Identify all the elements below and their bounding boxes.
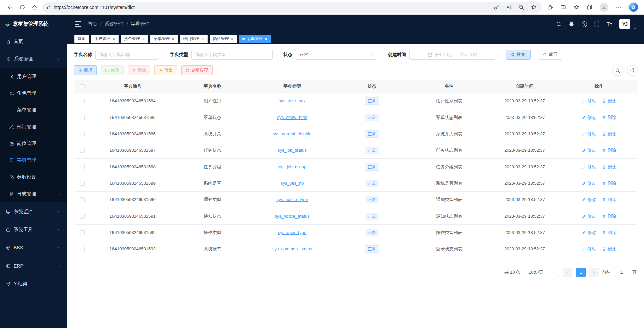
fullscreen-icon[interactable]: [594, 21, 600, 27]
row-edit-action[interactable]: 修改: [582, 98, 596, 104]
dict-type-link[interactable]: sys_show_hide: [277, 115, 307, 120]
header-search-icon[interactable]: [556, 21, 562, 27]
browser-home-button[interactable]: [28, 2, 40, 13]
password-key-icon[interactable]: [494, 4, 499, 10]
address-bar[interactable]: https://ccnetcore.com:1101/system/dict A: [42, 2, 542, 13]
dict-type-link[interactable]: sys_notice_type: [276, 197, 308, 202]
delete-button[interactable]: 删除: [128, 65, 150, 75]
read-aloud-icon[interactable]: A: [506, 4, 512, 10]
browser-back-button[interactable]: [4, 2, 16, 13]
row-delete-action[interactable]: 删除: [602, 230, 616, 236]
sidebar-item-menu-mgmt[interactable]: 菜单管理: [0, 102, 67, 119]
favorite-star-icon[interactable]: [531, 4, 537, 10]
user-avatar[interactable]: YJ: [619, 19, 630, 29]
dict-type-input[interactable]: 请输入字典类型: [191, 50, 273, 60]
browser-profile-avatar[interactable]: [600, 3, 608, 12]
copilot-bing-icon[interactable]: b: [629, 3, 638, 12]
column-header[interactable]: 字典编号: [91, 80, 175, 93]
tab-role-mgmt[interactable]: 角色管理×: [121, 35, 148, 43]
tab-home[interactable]: 首页: [74, 35, 89, 43]
collections-icon[interactable]: [587, 4, 592, 10]
row-edit-action[interactable]: 修改: [582, 213, 596, 219]
sidebar-item-log-mgmt[interactable]: 日志管理: [0, 186, 67, 202]
toggle-search-button[interactable]: [612, 65, 623, 76]
sidebar-item-user-mgmt[interactable]: 用户管理: [0, 68, 67, 85]
sidebar-item-role-mgmt[interactable]: 角色管理: [0, 85, 67, 102]
dict-type-link[interactable]: sys_normal_disable: [273, 131, 312, 136]
row-delete-action[interactable]: 删除: [602, 147, 616, 153]
github-icon[interactable]: [569, 21, 574, 27]
row-checkbox[interactable]: [80, 230, 85, 235]
dict-type-link[interactable]: sys_oper_type: [278, 230, 307, 235]
url-text[interactable]: https://ccnetcore.com:1101/system/dict: [54, 5, 494, 10]
page-number-1[interactable]: 1: [576, 268, 586, 277]
column-header[interactable]: 状态: [334, 80, 410, 93]
row-delete-action[interactable]: 删除: [602, 131, 616, 137]
zoom-out-icon[interactable]: [518, 4, 524, 10]
row-delete-action[interactable]: 删除: [602, 180, 616, 186]
sidebar-item-system-tools[interactable]: 系统工具: [0, 221, 67, 239]
dict-type-link[interactable]: sys_job_group: [278, 164, 307, 169]
sidebar-item-param-settings[interactable]: 参数设置: [0, 169, 67, 186]
dict-type-link[interactable]: sys_yes_no: [281, 181, 304, 186]
sidebar-item-home[interactable]: 首页: [0, 33, 67, 50]
favorites-bar-icon[interactable]: [573, 4, 579, 10]
hamburger-menu-icon[interactable]: [75, 21, 81, 27]
dict-name-input[interactable]: 请输入字典名称: [95, 50, 159, 60]
row-checkbox[interactable]: [80, 115, 85, 120]
extensions-icon[interactable]: [547, 4, 553, 10]
row-delete-action[interactable]: 删除: [602, 164, 616, 170]
sidebar-item-system-monitor[interactable]: 系统监控: [0, 202, 67, 221]
avatar-caret-icon[interactable]: [633, 27, 637, 30]
help-icon[interactable]: ?: [582, 21, 587, 27]
export-button[interactable]: 导出: [154, 65, 177, 75]
sidebar-item-post-mgmt[interactable]: 岗位管理: [0, 135, 67, 152]
column-header[interactable]: 创建时间: [489, 80, 561, 93]
row-edit-action[interactable]: 修改: [582, 230, 596, 236]
tab-dept-mgmt[interactable]: 部门管理×: [180, 35, 208, 43]
split-screen-icon[interactable]: [560, 4, 566, 10]
dict-type-link[interactable]: sys_user_sex: [279, 98, 305, 103]
tab-dict-mgmt[interactable]: 字典管理×: [239, 35, 271, 43]
row-checkbox[interactable]: [80, 132, 85, 136]
close-icon[interactable]: ×: [172, 37, 174, 41]
page-size-select[interactable]: 10条/页: [525, 268, 559, 277]
row-delete-action[interactable]: 删除: [602, 197, 616, 203]
edit-button[interactable]: 修改: [101, 65, 124, 75]
search-button[interactable]: 搜索: [506, 50, 531, 60]
row-checkbox[interactable]: [80, 165, 85, 169]
breadcrumb-home[interactable]: 首页: [88, 21, 97, 27]
column-header[interactable]: 操作: [561, 80, 637, 93]
sidebar-item-bbs[interactable]: BBS: [0, 239, 67, 257]
row-checkbox[interactable]: [80, 181, 85, 186]
close-icon[interactable]: ×: [265, 37, 267, 41]
close-icon[interactable]: ×: [201, 37, 204, 41]
close-icon[interactable]: ×: [112, 37, 115, 41]
column-header[interactable]: 字典名称: [175, 80, 250, 93]
status-select[interactable]: 正常: [296, 50, 377, 60]
refresh-cache-button[interactable]: 刷新缓存: [181, 65, 213, 75]
row-edit-action[interactable]: 修改: [582, 147, 596, 153]
browser-refresh-button[interactable]: [16, 2, 28, 13]
reset-button[interactable]: 重置: [538, 50, 562, 60]
row-checkbox[interactable]: [80, 214, 85, 219]
row-edit-action[interactable]: 修改: [582, 180, 596, 186]
sidebar-item-system-mgmt[interactable]: 系统管理: [0, 50, 67, 68]
row-edit-action[interactable]: 修改: [582, 114, 596, 121]
add-button[interactable]: 新增: [74, 65, 97, 75]
select-all-checkbox[interactable]: [80, 84, 85, 89]
sidebar-item-dict-mgmt[interactable]: 字典管理: [0, 152, 67, 169]
prev-page-button[interactable]: [563, 268, 572, 277]
row-delete-action[interactable]: 删除: [602, 213, 616, 219]
date-range-picker[interactable]: 开始日期 - 结束日期: [409, 50, 495, 60]
row-edit-action[interactable]: 修改: [582, 164, 596, 170]
dict-type-link[interactable]: sys_common_status: [272, 246, 312, 251]
row-edit-action[interactable]: 修改: [582, 197, 596, 203]
row-checkbox[interactable]: [80, 99, 85, 103]
row-checkbox[interactable]: [80, 247, 85, 251]
dict-type-link[interactable]: sys_notice_status: [275, 214, 309, 219]
goto-page-input[interactable]: 1: [614, 268, 629, 277]
row-edit-action[interactable]: 修改: [582, 246, 596, 252]
tab-menu-mgmt[interactable]: 菜单管理×: [150, 35, 178, 43]
browser-menu-icon[interactable]: [616, 4, 622, 10]
